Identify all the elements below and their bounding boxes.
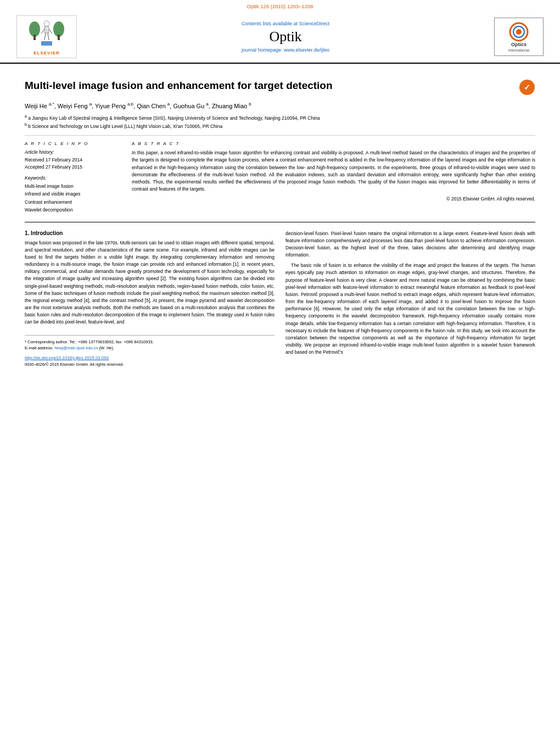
authors: Weiji He a,*, Weiyi Feng a, Yiyue Peng a…: [25, 101, 535, 110]
svg-point-3: [53, 21, 64, 37]
elsevier-logo: ELSEVIER: [16, 15, 77, 58]
keyword-2: Infrared and visible images: [25, 190, 121, 198]
elsevier-text: ELSEVIER: [19, 51, 74, 55]
body-para-3: The basic role of fusion is to enhance t…: [285, 262, 535, 356]
keywords-section: Keywords: Multi-level image fusion Infra…: [25, 175, 121, 214]
keywords-list: Multi-level image fusion Infrared and vi…: [25, 182, 121, 214]
body-text-right: decision-level fusion. Pixel-level fusio…: [285, 230, 535, 356]
abstract-heading: A B S T R A C T: [132, 141, 535, 146]
author-weiyi: Weiyi Feng: [58, 103, 88, 109]
body-col-left: 1. Introduction Image fusion was propose…: [25, 230, 275, 367]
divider-after-affiliations: [25, 135, 535, 136]
history-heading: Article history:: [25, 149, 121, 155]
body-col-right: decision-level fusion. Pixel-level fusio…: [285, 230, 535, 367]
article-info-heading: A R T I C L E I N F O: [25, 141, 121, 146]
svg-text:International: International: [508, 48, 530, 52]
author-weiji: Weiji He: [25, 103, 47, 109]
svg-point-1: [29, 21, 40, 37]
body-para-2: decision-level fusion. Pixel-level fusio…: [285, 230, 535, 259]
section-1-heading: 1. Introduction: [25, 230, 275, 236]
keyword-4: Wavelet decomposition: [25, 206, 121, 214]
svg-text:Optics: Optics: [511, 42, 527, 47]
optik-logo: Optics International: [494, 18, 544, 56]
svg-rect-4: [58, 35, 60, 40]
keyword-1: Multi-level image fusion: [25, 182, 121, 190]
corresponding-author-note: * Corresponding author. Tel.: +086 13770…: [25, 339, 275, 345]
body-columns: 1. Introduction Image fusion was propose…: [25, 230, 535, 367]
journal-name: Optik: [82, 29, 489, 45]
email-note: E-mail address: hewj@mail.njust.edu.cn (…: [25, 345, 275, 351]
article-title: Multi-level image fusion and enhancement…: [25, 79, 333, 93]
journal-homepage: journal homepage: www.elsevier.de/ijleo: [82, 47, 489, 53]
svg-rect-2: [33, 35, 36, 40]
affiliation-b-text: b Science and Technology on Low Light Le…: [28, 124, 222, 129]
received-date: Received 17 February 2014: [25, 157, 121, 164]
corresponding-text: * Corresponding author. Tel.: +086 13770…: [25, 339, 154, 344]
affiliation-b: b b Science and Technology on Low Light …: [25, 122, 535, 130]
copyright-notice: © 2015 Elsevier GmbH. All rights reserve…: [132, 196, 535, 202]
email-label: E-mail address:: [25, 345, 53, 350]
footnote-area: * Corresponding author. Tel.: +086 13770…: [25, 335, 275, 367]
page-wrapper: Optik 126 (2015) 1203–1208: [0, 0, 560, 742]
homepage-link[interactable]: www.elsevier.de/ijleo: [284, 47, 329, 53]
author-qian: Qian Chen: [137, 103, 166, 109]
science-direct-info: Contents lists available at ScienceDirec…: [82, 21, 489, 26]
svg-rect-6: [44, 26, 49, 33]
elsevier-tree-icon: [25, 18, 69, 48]
keywords-heading: Keywords:: [25, 175, 121, 181]
journal-ref-text: Optik 126 (2015) 1203–1208: [247, 3, 313, 9]
svg-rect-11: [41, 41, 52, 46]
article-title-row: Multi-level image fusion and enhancement…: [25, 79, 535, 96]
svg-text:✓: ✓: [524, 83, 530, 92]
email-suffix: (W. He).: [99, 345, 115, 350]
author-zhuang: Zhuang Miao: [212, 103, 247, 109]
email-link[interactable]: hewj@mail.njust.edu.cn: [54, 345, 98, 350]
info-abstract-section: A R T I C L E I N F O Article history: R…: [25, 141, 535, 214]
svg-point-15: [516, 29, 522, 35]
keyword-3: Contrast enhancement: [25, 198, 121, 206]
abstract-body: In this paper, a novel infrared-to-visib…: [132, 149, 535, 193]
journal-center: Contents lists available at ScienceDirec…: [82, 21, 489, 53]
affiliation-a: a a Jiangsu Key Lab of Spectral Imaging …: [25, 114, 535, 122]
affiliation-a-text: a Jiangsu Key Lab of Spectral Imaging & …: [28, 115, 320, 121]
science-direct-link[interactable]: ScienceDirect: [299, 21, 330, 26]
footer-rights: 0030-4026/© 2015 Elsevier GmbH. All righ…: [25, 362, 275, 367]
svg-point-5: [44, 21, 49, 26]
body-para-1: Image fusion was proposed in the late 19…: [25, 239, 275, 326]
journal-header: ELSEVIER Contents lists available at Sci…: [0, 11, 560, 64]
affiliations: a a Jiangsu Key Lab of Spectral Imaging …: [25, 114, 535, 130]
author-yiyue: Yiyue Peng: [95, 103, 126, 109]
abstract-section: A B S T R A C T In this paper, a novel i…: [132, 141, 535, 214]
optik-logo-icon: Optics International: [497, 20, 541, 54]
science-direct-prefix: Contents lists available at: [242, 21, 298, 26]
article-info-panel: A R T I C L E I N F O Article history: R…: [25, 141, 121, 214]
author-guohua: Guohua Gu: [173, 103, 204, 109]
accepted-date: Accepted 27 February 2015: [25, 164, 121, 171]
article-history: Article history: Received 17 February 20…: [25, 149, 121, 171]
journal-reference: Optik 126 (2015) 1203–1208: [0, 0, 560, 11]
doi-link[interactable]: http://dx.doi.org/10.1016/j.ijleo.2015.0…: [25, 355, 275, 360]
article-content: Multi-level image fusion and enhancement…: [0, 64, 560, 372]
crossmark-icon: ✓: [519, 79, 535, 96]
main-divider: [25, 222, 535, 222]
body-text-left: Image fusion was proposed in the late 19…: [25, 239, 275, 326]
homepage-prefix: journal homepage:: [242, 47, 283, 53]
